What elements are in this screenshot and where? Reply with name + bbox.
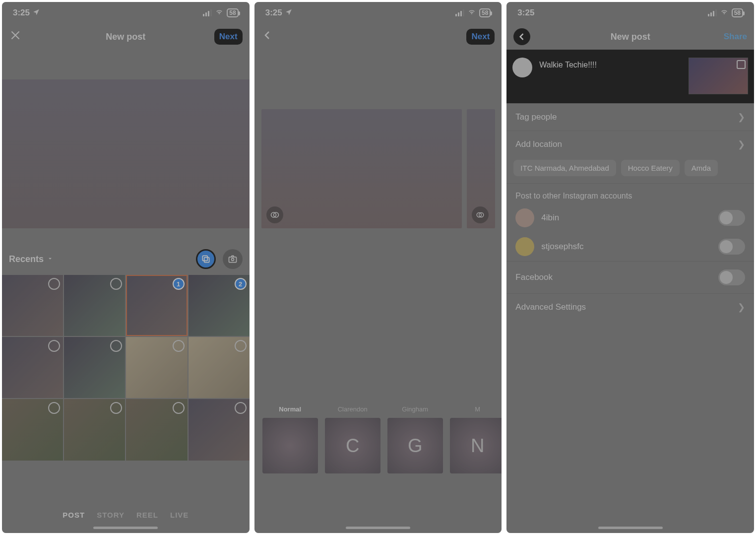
post-thumbnail[interactable] [689, 58, 748, 94]
media-thumbnail[interactable] [2, 337, 63, 398]
location-chip[interactable]: ITC Narmada, Ahmedabad [513, 160, 616, 176]
svg-point-3 [231, 258, 234, 261]
back-icon[interactable] [513, 28, 530, 45]
battery-icon: 58 [732, 8, 743, 17]
media-thumbnail[interactable] [64, 399, 125, 460]
tab-post[interactable]: POST [63, 511, 85, 519]
row-add-location[interactable]: Add location ❯ [506, 131, 754, 158]
media-thumbnail[interactable] [189, 337, 250, 398]
selection-badge: 1 [173, 278, 185, 290]
battery-icon: 58 [479, 8, 491, 17]
filter-thumb: C [325, 418, 380, 473]
account-name: stjosephsfc [541, 242, 583, 252]
row-label: Advanced Settings [515, 302, 586, 312]
row-tag-people[interactable]: Tag people ❯ [506, 104, 754, 131]
location-suggestions: ITC Narmada, Ahmedabad Hocco Eatery Amda [506, 158, 754, 183]
album-selector[interactable]: Recents [9, 254, 54, 265]
media-thumbnail[interactable] [189, 399, 250, 460]
crosspost-toggle[interactable] [718, 239, 745, 255]
filter-thumb: N [450, 418, 502, 473]
filter-gingham[interactable]: Gingham G [387, 405, 443, 473]
row-label: Tag people [515, 112, 557, 122]
filter-moon[interactable]: M N [450, 405, 502, 473]
selection-badge: 2 [235, 278, 247, 290]
wifi-icon [720, 8, 729, 18]
cellular-icon [708, 9, 717, 16]
home-indicator [93, 527, 158, 529]
home-indicator [598, 527, 663, 529]
account-name: 4ibin [541, 213, 559, 223]
status-bar: 3:25 58 [254, 2, 502, 24]
tab-story[interactable]: STORY [97, 511, 125, 519]
screen-filter-editor: 3:25 58 Next [254, 2, 502, 533]
multi-select-button[interactable] [196, 249, 216, 269]
wifi-icon [467, 8, 476, 18]
avatar [515, 237, 534, 256]
media-preview[interactable] [261, 109, 462, 228]
media-thumbnail[interactable] [2, 275, 63, 336]
chevron-right-icon: ❯ [738, 139, 745, 150]
filter-label: M [450, 405, 502, 413]
screen-new-post-picker: 3:25 58 New post Next Recents [2, 2, 250, 533]
filter-label: Normal [262, 405, 318, 413]
mode-tabs: POST STORY REEL LIVE [2, 511, 250, 519]
section-crosspost: Post to other Instagram accounts [506, 184, 754, 203]
battery-icon: 58 [227, 8, 238, 17]
crosspost-toggle[interactable] [718, 210, 745, 226]
avatar [515, 208, 534, 227]
facebook-toggle[interactable] [718, 269, 745, 285]
nav-bar: Next [254, 24, 502, 50]
media-grid: 1 2 [2, 275, 250, 461]
status-bar: 3:25 58 [2, 2, 250, 24]
filter-thumb [262, 418, 318, 473]
status-time: 3:25 [13, 8, 30, 18]
venn-effect-icon[interactable] [266, 206, 283, 223]
caption-area: Walkie Techie!!!! [506, 50, 754, 103]
back-icon[interactable] [261, 29, 273, 45]
selected-media-preview[interactable] [2, 79, 250, 228]
home-indicator [346, 527, 410, 529]
row-advanced-settings[interactable]: Advanced Settings ❯ [506, 294, 754, 321]
media-thumbnail[interactable] [126, 399, 187, 460]
filter-label: Clarendon [325, 405, 380, 413]
filter-clarendon[interactable]: Clarendon C [325, 405, 380, 473]
svg-rect-0 [202, 256, 207, 261]
camera-button[interactable] [223, 249, 243, 269]
filter-normal[interactable]: Normal [262, 405, 318, 473]
chevron-right-icon: ❯ [738, 112, 745, 123]
page-title: New post [39, 32, 213, 42]
close-icon[interactable] [9, 29, 22, 45]
row-label: Facebook [515, 272, 553, 282]
location-chip[interactable]: Hocco Eatery [621, 160, 680, 176]
nav-bar: New post Share [506, 24, 754, 50]
media-thumbnail[interactable]: 1 [126, 275, 187, 336]
wifi-icon [215, 8, 224, 18]
tab-live[interactable]: LIVE [170, 511, 189, 519]
chevron-right-icon: ❯ [738, 302, 745, 313]
filter-label: Gingham [387, 405, 443, 413]
venn-effect-icon[interactable] [472, 206, 489, 223]
svg-rect-1 [204, 258, 209, 263]
account-row: stjosephsfc [506, 232, 754, 261]
media-preview-next[interactable] [467, 109, 495, 228]
filter-thumb: G [387, 418, 443, 473]
next-button[interactable]: Next [466, 29, 495, 45]
filters-carousel[interactable]: Normal Clarendon C Gingham G M N [254, 405, 502, 473]
media-thumbnail[interactable]: 2 [189, 275, 250, 336]
account-row: 4ibin [506, 203, 754, 232]
tab-reel[interactable]: REEL [136, 511, 158, 519]
cellular-icon [455, 9, 464, 16]
location-arrow-icon [285, 8, 292, 18]
media-thumbnail[interactable] [126, 337, 187, 398]
status-time: 3:25 [265, 8, 282, 18]
chevron-down-icon [47, 254, 54, 265]
share-button[interactable]: Share [724, 32, 747, 42]
media-thumbnail[interactable] [64, 275, 125, 336]
next-button[interactable]: Next [214, 29, 243, 45]
media-thumbnail[interactable] [2, 399, 63, 460]
location-chip[interactable]: Amda [685, 160, 718, 176]
row-label: Add location [515, 139, 562, 149]
caption-input[interactable]: Walkie Techie!!!! [539, 58, 682, 69]
location-arrow-icon [33, 8, 40, 18]
media-thumbnail[interactable] [64, 337, 125, 398]
